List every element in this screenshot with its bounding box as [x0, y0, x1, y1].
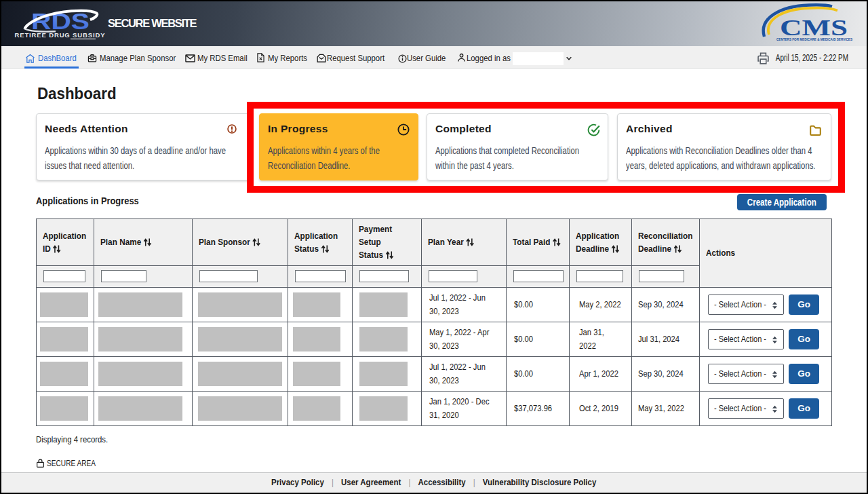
svg-text:CMS: CMS — [780, 15, 848, 40]
svg-text:SECURE WEBSITE: SECURE WEBSITE — [108, 17, 197, 29]
svg-text:RETIREE DRUG SUBSIDY: RETIREE DRUG SUBSIDY — [15, 31, 106, 39]
svg-text:CENTERS FOR MEDICARE & MEDICAI: CENTERS FOR MEDICARE & MEDICAID SERVICES — [776, 38, 853, 41]
